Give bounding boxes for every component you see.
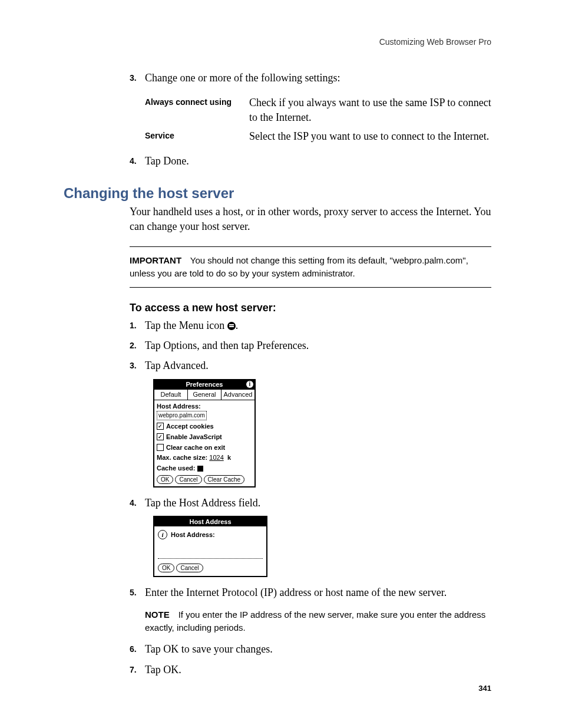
step-number: 6.: [130, 642, 145, 656]
dialog-title: Preferences: [186, 380, 223, 389]
setting-definition: Select the ISP you want to use to connec…: [249, 129, 491, 143]
step-number: 3.: [130, 358, 145, 373]
note-lead: NOTE: [145, 610, 170, 620]
step-4-done: 4. Tap Done.: [130, 154, 491, 168]
important-block: IMPORTANT You should not change this set…: [130, 246, 491, 288]
cache-used-bar: [197, 466, 203, 472]
checkbox-enable-javascript: ✓ Enable JavaScript: [157, 433, 252, 442]
dialog-tabs: Default General Advanced: [154, 390, 254, 400]
step-text: Change one or more of the following sett…: [145, 71, 491, 85]
step-text: Tap Done.: [145, 154, 491, 168]
running-header: Customizing Web Browser Pro: [379, 37, 491, 48]
dialog-buttons: OK Cancel Clear Cache: [157, 475, 252, 484]
setting-always-connect-using: Always connect using Check if you always…: [145, 95, 491, 124]
important-lead: IMPORTANT: [130, 255, 181, 265]
dialog-buttons: OK Cancel: [158, 564, 263, 572]
dialog-titlebar: Preferences i: [154, 380, 254, 390]
step-2-options-prefs: 2. Tap Options, and then tap Preferences…: [130, 338, 491, 353]
step-number: 4.: [130, 496, 145, 510]
step-text: Tap OK to save your changes.: [145, 642, 491, 656]
note-block: NOTE If you enter the IP address of the …: [145, 608, 491, 634]
intro-paragraph: Your handheld uses a host, or in other w…: [130, 205, 491, 233]
setting-term: Always connect using: [145, 95, 242, 124]
step-text: Tap Options, and then tap Preferences.: [145, 338, 491, 353]
step-1-menu-icon: 1. Tap the Menu icon .: [130, 318, 491, 332]
step-number: 4.: [130, 154, 145, 168]
checkbox-clear-cache-on-exit: Clear cache on exit: [157, 443, 252, 452]
menu-icon: [227, 322, 236, 330]
step-4-host-address-field: 4. Tap the Host Address field.: [130, 496, 491, 510]
setting-definition: Check if you always want to use the same…: [249, 95, 491, 124]
step-number: 3.: [130, 71, 145, 85]
host-address-label: Host Address:: [157, 402, 252, 411]
cache-used-line: Cache used:: [157, 464, 252, 473]
ok-button: OK: [158, 564, 174, 572]
cancel-button: Cancel: [176, 564, 203, 572]
note-text: If you enter the IP address of the new s…: [145, 610, 485, 633]
checkbox-icon: ✓: [157, 433, 164, 440]
tab-general: General: [188, 390, 222, 400]
step-3-advanced: 3. Tap Advanced.: [130, 358, 491, 373]
step-text: Tap the Menu icon .: [145, 318, 491, 332]
host-address-label: Host Address:: [171, 531, 215, 539]
step-text: Enter the Internet Protocol (IP) address…: [145, 585, 491, 599]
host-address-field: webpro.palm.com: [157, 411, 207, 420]
step-3-settings: 3. Change one or more of the following s…: [130, 71, 491, 85]
setting-term: Service: [145, 129, 242, 143]
dialog-titlebar: Host Address: [154, 517, 266, 526]
subhead-access-new-host: To access a new host server:: [130, 301, 491, 315]
clear-cache-button: Clear Cache: [204, 475, 245, 484]
cancel-button: Cancel: [175, 475, 201, 484]
step-7-tap-ok: 7. Tap OK.: [130, 663, 491, 677]
step-number: 1.: [130, 318, 145, 332]
tab-advanced: Advanced: [222, 390, 254, 400]
dialog-title: Host Address: [189, 518, 231, 526]
screenshot-preferences-dialog: Preferences i Default General Advanced H…: [153, 379, 256, 487]
setting-service: Service Select the ISP you want to use t…: [145, 129, 491, 143]
step-number: 5.: [130, 585, 145, 599]
max-cache-line: Max. cache size: 1024 k: [157, 453, 252, 462]
host-address-input-line: [158, 550, 263, 559]
checkbox-accept-cookies: ✓ Accept cookies: [157, 422, 252, 431]
step-number: 7.: [130, 663, 145, 677]
step-text: Tap Advanced.: [145, 358, 491, 373]
page-number: 341: [478, 683, 491, 694]
ok-button: OK: [157, 475, 173, 484]
checkbox-icon: ✓: [157, 423, 164, 430]
step-text: Tap OK.: [145, 663, 491, 677]
step-6-tap-ok-save: 6. Tap OK to save your changes.: [130, 642, 491, 656]
step-text: Tap the Host Address field.: [145, 496, 491, 510]
info-icon: i: [246, 381, 253, 388]
info-icon: i: [158, 530, 167, 539]
step-number: 2.: [130, 338, 145, 353]
settings-table: Always connect using Check if you always…: [145, 95, 491, 143]
checkbox-icon: [157, 444, 164, 451]
screenshot-host-address-dialog: Host Address i Host Address: OK Cancel: [153, 516, 267, 577]
tab-default: Default: [154, 390, 188, 400]
step-5-enter-ip: 5. Enter the Internet Protocol (IP) addr…: [130, 585, 491, 599]
